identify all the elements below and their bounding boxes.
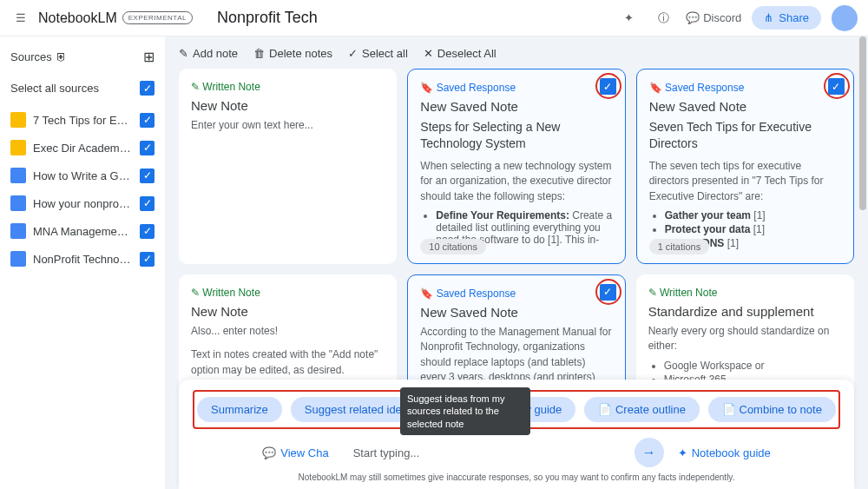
scrollbar[interactable] [859, 36, 866, 210]
card-subtitle: Steps for Selecting a New Technology Sys… [420, 119, 612, 152]
card-type: 🔖 Saved Response [420, 82, 612, 94]
trash-icon: 🗑 [253, 47, 265, 60]
card-title: New Saved Note [420, 99, 612, 114]
source-name: MNA Management Ma... [33, 225, 133, 238]
main: Sources ⛨ ⊞ Select all sources ✓ 7 Tech … [0, 36, 868, 489]
card-type: ✎ Written Note [648, 287, 842, 299]
avatar[interactable] [832, 5, 858, 31]
card-title: Standardize and supplement [648, 304, 842, 319]
checkbox-icon[interactable]: ✓ [140, 141, 155, 155]
content: ✎Add note 🗑Delete notes ✓Select all ✕Des… [165, 36, 868, 489]
deselect-all-button[interactable]: ✕Deselect All [424, 47, 496, 60]
suggestion-chip[interactable]: 📄 Create outline [584, 397, 700, 422]
select-all-sources[interactable]: Select all sources ✓ [7, 77, 158, 99]
source-item[interactable]: MNA Management Ma...✓ [7, 217, 158, 245]
send-button[interactable]: → [635, 438, 664, 467]
prompt-input[interactable]: Start typing... [343, 439, 621, 466]
source-name: Exec Dir Academy 20... [33, 142, 133, 155]
source-name: NonProfit Technology ... [33, 253, 133, 266]
notes-toolbar: ✎Add note 🗑Delete notes ✓Select all ✕Des… [179, 47, 854, 60]
source-icon [10, 195, 26, 211]
add-note-button[interactable]: ✎Add note [179, 47, 238, 60]
checkbox-icon[interactable]: ✓ [140, 196, 155, 211]
source-name: 7 Tech Tips for Execut... [33, 114, 133, 127]
note-card[interactable]: 🔖 Saved ResponseNew Saved NoteSeven Tech… [636, 69, 854, 264]
card-body: The seven tech tips for executive direct… [649, 159, 841, 204]
source-icon [10, 112, 26, 128]
source-icon [10, 168, 26, 183]
source-icon [10, 251, 26, 267]
card-body: Also... enter notes! [191, 324, 385, 339]
card-type: ✎ Written Note [191, 81, 385, 93]
chip-tooltip: Suggest ideas from my sources related to… [400, 387, 530, 435]
notebook-guide-button[interactable]: ✦ Notebook guide [678, 446, 771, 459]
highlight-circle [595, 279, 621, 305]
checkbox-icon[interactable]: ✓ [140, 169, 155, 183]
note-card[interactable]: 🔖 Saved ResponseNew Saved NoteSteps for … [407, 69, 625, 264]
source-icon [10, 223, 26, 239]
view-chat-button[interactable]: 💬 View Cha [262, 446, 328, 459]
source-item[interactable]: Exec Dir Academy 20...✓ [7, 134, 158, 162]
suggestion-chip[interactable]: Summarize [197, 397, 282, 422]
checkbox-icon[interactable]: ✓ [140, 252, 155, 267]
checkbox-icon[interactable]: ✓ [140, 224, 155, 239]
card-subtitle: Seven Tech Tips for Executive Directors [649, 119, 841, 152]
close-icon: ✕ [424, 47, 433, 60]
source-item[interactable]: How your nonprofit ca...✓ [7, 189, 158, 217]
card-body: Text in notes created with the "Add note… [191, 347, 385, 378]
card-title: New Note [191, 98, 385, 113]
source-icon [10, 140, 26, 155]
discord-link[interactable]: 💬 Discord [686, 11, 741, 24]
add-source-icon[interactable]: ⊞ [143, 49, 155, 65]
sparkle-icon[interactable]: ✦ [616, 6, 641, 30]
header-actions: ✦ ⓘ 💬 Discord ⋔ Share [616, 5, 858, 31]
card-body: Enter your own text here... [191, 118, 385, 133]
card-body: When selecting a new technology system f… [420, 159, 612, 204]
shield-icon: ⛨ [56, 50, 67, 63]
checkbox-icon[interactable]: ✓ [140, 113, 155, 128]
share-button[interactable]: ⋔ Share [752, 6, 821, 30]
source-item[interactable]: NonProfit Technology ...✓ [7, 245, 158, 273]
prompt-bar: SummarizeSuggest related ideas📄 Create s… [179, 380, 854, 489]
citations-badge[interactable]: 10 citations [420, 239, 486, 254]
input-row: 💬 View Cha Start typing... → ✦ Notebook … [193, 438, 840, 467]
project-title: Nonprofit Tech [217, 9, 318, 27]
highlight-circle [824, 73, 850, 99]
delete-notes-button[interactable]: 🗑Delete notes [253, 47, 332, 60]
select-all-button[interactable]: ✓Select all [348, 47, 408, 60]
suggestion-chip[interactable]: 📄 Combine to note [708, 397, 836, 422]
checkbox-icon[interactable]: ✓ [140, 81, 155, 96]
card-type: 🔖 Saved Response [649, 82, 841, 94]
logo: NotebookLM [38, 10, 117, 26]
menu-icon[interactable]: ☰ [10, 8, 31, 29]
note-card[interactable]: ✎ Written NoteNew NoteEnter your own tex… [179, 69, 397, 264]
card-title: New Note [191, 304, 385, 319]
sidebar: Sources ⛨ ⊞ Select all sources ✓ 7 Tech … [0, 36, 165, 489]
source-name: How your nonprofit ca... [33, 197, 133, 210]
source-name: How to Write a Grant... [33, 169, 133, 182]
disclaimer: NotebookLM may still sometimes give inac… [193, 472, 840, 482]
source-item[interactable]: 7 Tech Tips for Execut...✓ [7, 106, 158, 134]
check-icon: ✓ [348, 47, 358, 60]
card-title: New Saved Note [649, 99, 841, 114]
card-body: Nearly every org should standardize on e… [648, 324, 842, 354]
pencil-icon: ✎ [179, 47, 188, 60]
experimental-badge: EXPERIMENTAL [122, 11, 193, 24]
citations-badge[interactable]: 1 citations [649, 239, 710, 254]
header: ☰ NotebookLM EXPERIMENTAL Nonprofit Tech… [0, 0, 868, 36]
highlight-circle [595, 73, 621, 99]
source-item[interactable]: How to Write a Grant...✓ [7, 162, 158, 189]
sources-header: Sources ⛨ ⊞ [7, 49, 158, 65]
card-type: 🔖 Saved Response [420, 287, 612, 300]
help-icon[interactable]: ⓘ [651, 6, 675, 30]
card-title: New Saved Note [420, 305, 612, 320]
card-type: ✎ Written Note [191, 287, 385, 299]
